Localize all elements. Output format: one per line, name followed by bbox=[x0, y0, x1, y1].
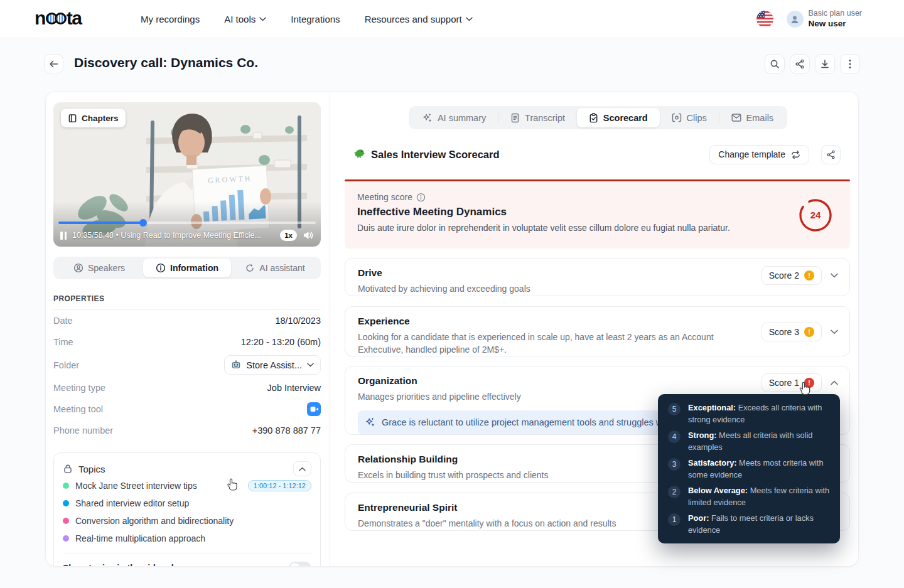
criterion-card-drive: Drive Motivated by achieving and exceedi… bbox=[345, 258, 850, 296]
tab-label: Transcript bbox=[525, 113, 565, 123]
tab-label: AI summary bbox=[438, 113, 486, 123]
topic-item[interactable]: Real-time multiplication approach bbox=[63, 530, 311, 547]
rubric-score-number: 1 bbox=[668, 513, 681, 526]
logo-o-icon bbox=[55, 13, 67, 24]
chapters-button[interactable]: Chapters bbox=[61, 109, 126, 127]
tab-ai-summary[interactable]: AI summary bbox=[411, 108, 498, 127]
language-flag-us-icon[interactable] bbox=[756, 11, 773, 28]
show-topics-toggle[interactable] bbox=[289, 562, 311, 567]
volume-icon bbox=[303, 230, 314, 240]
tab-information[interactable]: Information bbox=[143, 259, 231, 277]
expand-criterion-button[interactable] bbox=[828, 270, 841, 281]
tab-ai-assistant[interactable]: AI assistant bbox=[231, 259, 319, 277]
tab-speakers[interactable]: Speakers bbox=[55, 259, 143, 277]
info-tab-bar: Speakers Information AI assistant bbox=[53, 257, 321, 279]
meeting-score-label: Meeting score bbox=[357, 192, 412, 202]
topic-label: Mock Jane Street interview tips bbox=[75, 481, 197, 491]
back-button[interactable] bbox=[44, 54, 63, 73]
property-label: Meeting tool bbox=[53, 404, 103, 414]
volume-button[interactable] bbox=[303, 230, 314, 240]
chevron-down-icon bbox=[307, 363, 314, 367]
tab-clips[interactable]: Clips bbox=[660, 108, 719, 127]
sparkle-insight-icon bbox=[365, 417, 375, 427]
tab-label: AI assistant bbox=[259, 263, 304, 273]
meeting-score-ring: 24 bbox=[798, 198, 833, 233]
folder-value: Store Assist... bbox=[246, 360, 302, 370]
envelope-icon bbox=[731, 114, 741, 122]
expand-criterion-button[interactable] bbox=[828, 327, 841, 337]
property-label: Meeting type bbox=[53, 383, 105, 393]
meeting-score-description: Duis aute irure dolor in reprehenderit i… bbox=[357, 223, 837, 233]
topics-panel: Topics Mock Jane Street interview tips 1… bbox=[53, 452, 321, 567]
property-label: Date bbox=[53, 316, 73, 326]
property-row-time: Time 12:20 - 13:20 (60m) bbox=[53, 331, 321, 353]
share-button[interactable] bbox=[790, 54, 810, 74]
pause-button[interactable] bbox=[60, 232, 67, 240]
topic-label: Shared interview editor setup bbox=[75, 498, 189, 508]
score-button[interactable]: Score 2 bbox=[761, 266, 822, 285]
properties-section: PROPERTIES Date 18/10/2023 Time 12:20 - … bbox=[53, 294, 321, 441]
nav-resources-support[interactable]: Resources and support bbox=[365, 14, 473, 24]
folder-select[interactable]: Store Assist... bbox=[224, 355, 321, 375]
search-button[interactable] bbox=[765, 54, 785, 74]
share-scorecard-button[interactable] bbox=[821, 145, 841, 164]
video-player[interactable]: GROWTH Chapters bbox=[53, 102, 321, 247]
dino-emoji-icon bbox=[353, 148, 365, 161]
nav-label: My recordings bbox=[141, 14, 200, 24]
property-row-meeting-tool: Meeting tool bbox=[53, 398, 321, 420]
topics-collapse-button[interactable] bbox=[293, 461, 311, 476]
user-menu[interactable]: Basic plan user New user bbox=[809, 9, 862, 29]
criterion-score-area: Score 2 bbox=[761, 266, 841, 285]
more-options-button[interactable] bbox=[840, 54, 860, 74]
property-label: Time bbox=[53, 337, 73, 347]
topic-item[interactable]: Shared interview editor setup bbox=[63, 494, 311, 512]
nav-ai-tools[interactable]: AI tools bbox=[224, 14, 266, 24]
score-button[interactable]: Score 3 bbox=[761, 323, 822, 341]
property-label: Phone number bbox=[53, 425, 113, 436]
arrow-left-icon bbox=[49, 60, 58, 68]
topics-divider bbox=[63, 553, 311, 553]
tab-emails[interactable]: Emails bbox=[719, 108, 785, 127]
logo-text-n: n bbox=[35, 9, 45, 28]
topic-item[interactable]: Conversion algorithm and bidirectionalit… bbox=[63, 512, 311, 530]
app-window: n ta My recordings AI tools Integrations… bbox=[0, 0, 904, 588]
toggle-knob bbox=[290, 563, 300, 567]
score-button[interactable]: Score 1 bbox=[761, 373, 822, 392]
meeting-score-label-row: Meeting score bbox=[357, 192, 837, 202]
header-actions bbox=[765, 54, 860, 74]
property-label: Folder bbox=[53, 360, 79, 370]
download-icon bbox=[820, 59, 830, 69]
top-navbar: n ta My recordings AI tools Integrations… bbox=[0, 0, 904, 38]
nav-my-recordings[interactable]: My recordings bbox=[141, 14, 200, 24]
meeting-score-headline: Ineffective Meeting Dynamics bbox=[357, 206, 837, 218]
topic-time-badge[interactable]: 1:00:12 - 1:12:12 bbox=[248, 480, 311, 491]
info-circle-icon bbox=[156, 263, 166, 273]
sparkles-icon bbox=[422, 113, 433, 123]
download-button[interactable] bbox=[815, 54, 835, 74]
topic-color-dot bbox=[63, 483, 69, 489]
kebab-menu-icon bbox=[849, 59, 851, 69]
rubric-row: 2 Below Average: Meets few criteria with… bbox=[668, 485, 830, 508]
topics-footer: Show topics in the videoplayer bbox=[63, 562, 311, 567]
warning-circle-icon bbox=[804, 327, 814, 337]
property-value: +390 878 887 77 bbox=[252, 425, 321, 436]
properties-title: PROPERTIES bbox=[53, 294, 321, 310]
noota-logo[interactable]: n ta bbox=[35, 9, 82, 28]
playback-speed-button[interactable]: 1x bbox=[280, 230, 297, 241]
change-template-button[interactable]: Change template bbox=[709, 145, 809, 164]
tab-transcript[interactable]: Transcript bbox=[498, 108, 577, 127]
collapse-criterion-button[interactable] bbox=[828, 378, 841, 388]
rubric-text: Poor: Fails to meet criteria or lacks ev… bbox=[688, 513, 830, 536]
nav-integrations[interactable]: Integrations bbox=[291, 14, 340, 24]
info-circle-icon[interactable] bbox=[416, 193, 426, 202]
rubric-text: Exceptional: Exceeds all criteria with s… bbox=[688, 402, 830, 425]
chevron-up-icon bbox=[831, 380, 838, 385]
page-title: Discovery call: Dynamics Co. bbox=[74, 55, 258, 70]
tab-scorecard[interactable]: Scorecard bbox=[577, 108, 660, 127]
score-label: Score 1 bbox=[769, 378, 799, 388]
topic-item[interactable]: Mock Jane Street interview tips 1:00:12 … bbox=[63, 477, 311, 494]
clips-icon bbox=[672, 113, 682, 122]
user-avatar[interactable] bbox=[787, 11, 804, 28]
change-template-label: Change template bbox=[718, 149, 785, 159]
error-circle-icon bbox=[804, 378, 814, 388]
